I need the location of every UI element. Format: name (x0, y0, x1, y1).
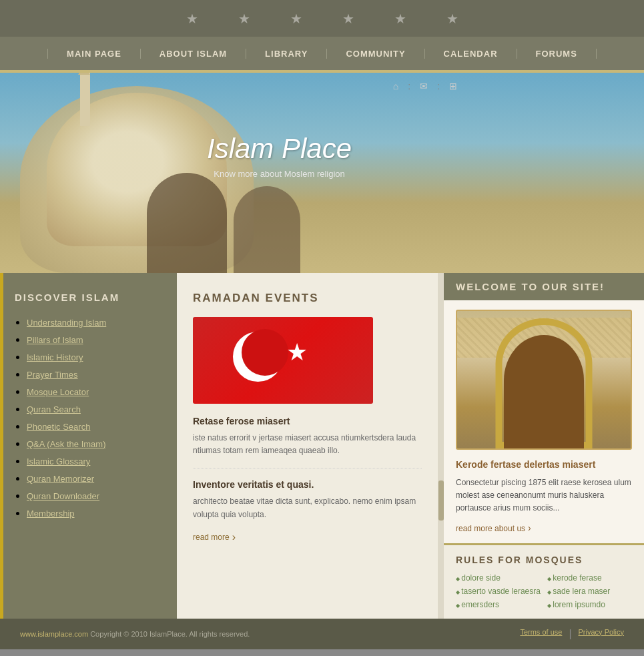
list-item: Pillars of Islam (27, 334, 164, 346)
list-item: Prayer Times (27, 368, 164, 380)
sidebar-link-membership[interactable]: Membership (27, 509, 75, 519)
email-icon[interactable]: ✉ (420, 81, 428, 91)
footer-privacy[interactable]: Privacy Policy (579, 628, 624, 640)
list-item: Islamic Glossary (27, 455, 164, 467)
read-more-link[interactable]: read more (193, 531, 236, 543)
star-icon-3: ★ (290, 11, 302, 27)
rules-link-2[interactable]: kerode ferase (547, 573, 632, 583)
sidebar-title: DISCOVER ISLAM (15, 292, 164, 303)
list-item: Quran Downloader (27, 490, 164, 502)
nav-community[interactable]: COMMUNITY (327, 49, 424, 59)
sidebar-link-memorizer[interactable]: Quran Memorizer (27, 474, 94, 484)
content-area: DISCOVER ISLAM Understanding Islam Pilla… (0, 273, 644, 619)
footer-separator: | (569, 628, 571, 640)
event-post-1: Retase ferose miasert iste natus errorit… (193, 416, 422, 457)
star-icon-6: ★ (446, 11, 458, 27)
scroll-thumb[interactable] (438, 480, 444, 521)
minaret-top (78, 73, 90, 75)
header-stars: ★ ★ ★ ★ ★ ★ (0, 0, 644, 37)
mosque-arch (147, 173, 227, 273)
sidebar-link-pillars[interactable]: Pillars of Islam (27, 335, 83, 345)
welcome-read-more[interactable]: read more about us (456, 524, 531, 533)
list-item: Mosque Locator (27, 386, 164, 398)
door-arch (504, 335, 584, 448)
event-post-2: Inventore veritatis et quasi. architecto… (193, 479, 422, 521)
footer-left: www.islamplace.com Copyright © 2010 Isla… (20, 630, 250, 638)
star-shape: ★ (286, 340, 308, 364)
event-post-2-body: architecto beatae vitae dicta sunt, expl… (193, 495, 422, 521)
sidebar-link-downloader[interactable]: Quran Downloader (27, 491, 99, 501)
nav-forums[interactable]: FORUMS (517, 49, 597, 59)
middle-content: RAMADAN EVENTS ★ Retase ferose miasert i… (177, 273, 438, 619)
list-item: Quran Memorizer (27, 472, 164, 484)
hero-section: ⌂ : ✉ : ⊞ Islam Place Know more about Mo… (0, 73, 644, 273)
crescent-cover (242, 329, 288, 376)
sidebar-link-understanding-islam[interactable]: Understanding Islam (27, 318, 106, 328)
sidebar-link-mosque[interactable]: Mosque Locator (27, 387, 89, 397)
footer-terms[interactable]: Terms of use (520, 628, 562, 640)
icon-bar: ⌂ : ✉ : ⊞ (393, 81, 457, 91)
event-post-1-heading: Retase ferose miasert (193, 416, 422, 426)
event-image: ★ (193, 317, 373, 404)
welcome-article-link[interactable]: Kerode fertase delertas miasert (456, 459, 632, 470)
hero-title: Islam Place (207, 133, 352, 165)
hero-text: Islam Place Know more about Moslem relig… (207, 133, 352, 179)
rules-link-1[interactable]: dolore side (456, 573, 541, 583)
welcome-article-text: Consectetur piscing 1875 elit raese kero… (456, 476, 632, 515)
event-post-1-body: iste natus errorit v jertase miasert acc… (193, 432, 422, 457)
sidebar-link-prayer[interactable]: Prayer Times (27, 370, 78, 380)
scroll-bar[interactable] (438, 273, 444, 619)
nav-calendar[interactable]: CALENDAR (425, 49, 517, 59)
rules-links: dolore side kerode ferase taserto vasde … (456, 573, 632, 609)
mosque-door-image (456, 310, 632, 450)
star-icon-1: ★ (186, 11, 198, 27)
rules-title: RULES FOR MOSQUES (456, 555, 632, 565)
rules-link-6[interactable]: lorem ipsumdo (547, 600, 632, 609)
rules-section: RULES FOR MOSQUES dolore side kerode fer… (444, 543, 644, 619)
nav-about-islam[interactable]: ABOUT ISLAM (141, 49, 246, 59)
list-item: Membership (27, 507, 164, 519)
list-item: Islamic History (27, 351, 164, 363)
sidebar-link-history[interactable]: Islamic History (27, 352, 83, 362)
list-item: Understanding Islam (27, 316, 164, 328)
main-nav: MAIN PAGE ABOUT ISLAM LIBRARY COMMUNITY … (0, 37, 644, 70)
footer-links: Terms of use | Privacy Policy (520, 628, 624, 640)
nav-library[interactable]: LIBRARY (246, 49, 327, 59)
welcome-body: Kerode fertase delertas miasert Consecte… (444, 300, 644, 543)
minaret (80, 73, 90, 126)
sidebar-link-quran-search[interactable]: Quran Search (27, 404, 81, 414)
icon-separator-1: : (408, 81, 410, 91)
footer-website-link[interactable]: www.islamplace.com (20, 630, 88, 638)
event-post-2-heading: Inventore veritatis et quasi. (193, 479, 422, 490)
right-sidebar: WELCOME TO OUR SITE! Kerode fertase dele… (444, 273, 644, 619)
footer-copyright: Copyright © 2010 IslamPlace. All rights … (90, 630, 250, 638)
home-icon[interactable]: ⌂ (393, 81, 398, 91)
mosque-arch2 (234, 186, 300, 273)
rules-link-4[interactable]: sade lera maser (547, 587, 632, 596)
event-divider (193, 468, 422, 468)
sidebar-link-phonetic[interactable]: Phonetic Search (27, 422, 90, 432)
left-sidebar: DISCOVER ISLAM Understanding Islam Pilla… (0, 273, 177, 619)
sidebar-nav: Understanding Islam Pillars of Islam Isl… (15, 316, 164, 519)
sitemap-icon[interactable]: ⊞ (449, 81, 457, 91)
hero-tagline: Know more about Moslem religion (207, 169, 352, 179)
main-wrapper: ⌂ : ✉ : ⊞ Islam Place Know more about Mo… (0, 73, 644, 619)
star-icon-5: ★ (394, 11, 406, 27)
star-icon-4: ★ (342, 11, 354, 27)
sidebar-link-glossary[interactable]: Islamic Glossary (27, 456, 90, 466)
icon-separator-2: : (437, 81, 440, 91)
footer: www.islamplace.com Copyright © 2010 Isla… (0, 619, 644, 649)
rules-link-3[interactable]: taserto vasde leraesra (456, 587, 541, 596)
ramadan-title: RAMADAN EVENTS (193, 292, 422, 305)
list-item: Q&A (Ask the Imam) (27, 438, 164, 450)
star-icon-2: ★ (238, 11, 250, 27)
welcome-header: WELCOME TO OUR SITE! (444, 273, 644, 300)
nav-main-page[interactable]: MAIN PAGE (47, 49, 141, 59)
sidebar-link-qa[interactable]: Q&A (Ask the Imam) (27, 439, 105, 449)
list-item: Phonetic Search (27, 420, 164, 432)
list-item: Quran Search (27, 403, 164, 415)
rules-link-5[interactable]: emersders (456, 600, 541, 609)
